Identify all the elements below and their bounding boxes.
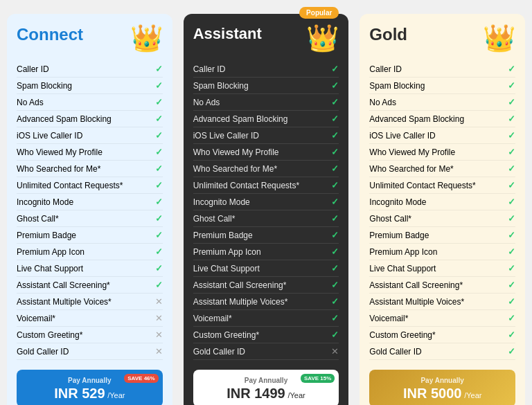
check-icon: ✓ xyxy=(331,230,339,240)
list-item: Unlimited Contact Requests*✓ xyxy=(193,177,339,194)
cross-icon: ✕ xyxy=(155,330,163,340)
gold-features-list: Caller ID✓Spam Blocking✓No Ads✓Advanced … xyxy=(369,61,515,360)
list-item: Who Viewed My Profile✓ xyxy=(193,144,339,161)
gold-header: Gold 👑 xyxy=(369,25,515,51)
check-icon: ✓ xyxy=(155,64,163,74)
check-icon: ✓ xyxy=(331,97,339,107)
feature-label: Ghost Call* xyxy=(369,214,411,224)
list-item: Voicemail*✓ xyxy=(193,310,339,327)
list-item: Incognito Mode✓ xyxy=(193,194,339,210)
check-icon: ✓ xyxy=(155,213,163,224)
list-item: Who Searched for Me*✓ xyxy=(369,161,515,177)
list-item: Who Viewed My Profile✓ xyxy=(17,144,163,161)
feature-label: Incognito Mode xyxy=(193,197,250,207)
check-icon: ✓ xyxy=(331,330,339,340)
check-icon: ✓ xyxy=(155,263,163,273)
feature-label: Who Searched for Me* xyxy=(193,164,277,174)
list-item: Ghost Call*✓ xyxy=(17,210,163,227)
assistant-card: Popular Assistant 👑 Caller ID✓Spam Block… xyxy=(184,14,349,405)
check-icon: ✓ xyxy=(155,130,163,141)
list-item: Gold Caller ID✓ xyxy=(369,343,515,360)
feature-label: Assistant Multiple Voices* xyxy=(193,297,288,307)
feature-label: Ghost Call* xyxy=(193,214,236,224)
check-icon: ✓ xyxy=(331,263,339,273)
list-item: Incognito Mode✓ xyxy=(17,194,163,210)
check-icon: ✓ xyxy=(331,313,339,323)
list-item: Premium App Icon✓ xyxy=(193,244,339,260)
cross-icon: ✕ xyxy=(331,346,339,357)
feature-label: Unlimited Contact Requests* xyxy=(17,181,123,190)
feature-label: Assistant Multiple Voices* xyxy=(17,297,112,307)
check-icon: ✓ xyxy=(155,147,163,157)
feature-label: Custom Greeting* xyxy=(369,330,435,340)
connect-title: Connect xyxy=(17,25,83,44)
feature-label: Voicemail* xyxy=(369,314,408,323)
connect-annual-price: INR 529 /Year xyxy=(54,390,125,400)
check-icon: ✓ xyxy=(331,163,339,174)
connect-annual-button[interactable]: SAVE 46% Pay Annually INR 529 /Year xyxy=(17,370,163,405)
assistant-header: Assistant 👑 xyxy=(193,25,339,51)
list-item: Premium Badge✓ xyxy=(193,227,339,244)
feature-label: Spam Blocking xyxy=(369,81,425,91)
feature-label: Unlimited Contact Requests* xyxy=(193,181,299,190)
list-item: iOS Live Caller ID✓ xyxy=(193,127,339,144)
check-icon: ✓ xyxy=(155,114,163,124)
assistant-title: Assistant xyxy=(193,25,262,43)
check-icon: ✓ xyxy=(508,230,515,240)
list-item: iOS Live Caller ID✓ xyxy=(17,127,163,144)
feature-label: Who Searched for Me* xyxy=(17,164,100,174)
connect-card: Connect 👑 Caller ID✓Spam Blocking✓No Ads… xyxy=(7,14,172,405)
feature-label: Premium Badge xyxy=(369,231,429,240)
gold-title: Gold xyxy=(369,25,407,44)
list-item: Live Chat Support✓ xyxy=(193,260,339,277)
list-item: Advanced Spam Blocking✓ xyxy=(17,111,163,127)
feature-label: Advanced Spam Blocking xyxy=(17,114,112,124)
check-icon: ✓ xyxy=(508,346,515,357)
list-item: No Ads✓ xyxy=(17,94,163,111)
list-item: Caller ID✓ xyxy=(193,61,339,78)
list-item: Assistant Multiple Voices*✓ xyxy=(193,294,339,310)
list-item: Caller ID✓ xyxy=(17,61,163,78)
list-item: Premium App Icon✓ xyxy=(369,244,515,260)
list-item: Gold Caller ID✕ xyxy=(17,343,163,360)
list-item: Custom Greeting*✕ xyxy=(17,327,163,343)
cross-icon: ✕ xyxy=(155,296,163,307)
check-icon: ✓ xyxy=(508,213,515,224)
feature-label: Advanced Spam Blocking xyxy=(193,114,288,124)
list-item: iOS Live Caller ID✓ xyxy=(369,127,515,144)
check-icon: ✓ xyxy=(508,80,515,91)
list-item: Assistant Call Screening*✓ xyxy=(17,277,163,294)
list-item: Caller ID✓ xyxy=(369,61,515,78)
connect-annual-label: Pay Annually xyxy=(22,377,157,384)
check-icon: ✓ xyxy=(155,80,163,91)
assistant-crown-icon: 👑 xyxy=(306,25,339,51)
feature-label: Caller ID xyxy=(17,64,49,74)
cross-icon: ✕ xyxy=(155,346,163,357)
check-icon: ✓ xyxy=(508,296,515,307)
gold-annual-label: Pay Annually xyxy=(375,377,510,384)
feature-label: iOS Live Caller ID xyxy=(17,131,82,141)
assistant-annual-button[interactable]: SAVE 15% Pay Annually INR 1499 /Year xyxy=(193,370,339,405)
list-item: Voicemail*✕ xyxy=(17,310,163,327)
feature-label: Who Searched for Me* xyxy=(369,164,453,174)
feature-label: Premium Badge xyxy=(193,231,253,240)
list-item: Spam Blocking✓ xyxy=(193,78,339,94)
check-icon: ✓ xyxy=(155,230,163,240)
feature-label: Premium App Icon xyxy=(17,247,85,257)
list-item: Custom Greeting*✓ xyxy=(193,327,339,343)
assistant-features-list: Caller ID✓Spam Blocking✓No Ads✓Advanced … xyxy=(193,61,339,360)
feature-label: Custom Greeting* xyxy=(17,330,82,340)
feature-label: Live Chat Support xyxy=(193,264,260,273)
feature-label: Caller ID xyxy=(193,64,226,74)
list-item: Ghost Call*✓ xyxy=(369,210,515,227)
list-item: Premium Badge✓ xyxy=(369,227,515,244)
check-icon: ✓ xyxy=(508,280,515,290)
gold-annual-button[interactable]: Pay Annually INR 5000 /Year xyxy=(369,370,515,405)
check-icon: ✓ xyxy=(331,246,339,257)
feature-label: Premium App Icon xyxy=(369,247,437,257)
feature-label: Premium Badge xyxy=(17,231,76,240)
list-item: Who Searched for Me*✓ xyxy=(193,161,339,177)
feature-label: Who Viewed My Profile xyxy=(369,147,455,157)
feature-label: Spam Blocking xyxy=(193,81,249,91)
feature-label: Assistant Multiple Voices* xyxy=(369,297,464,307)
